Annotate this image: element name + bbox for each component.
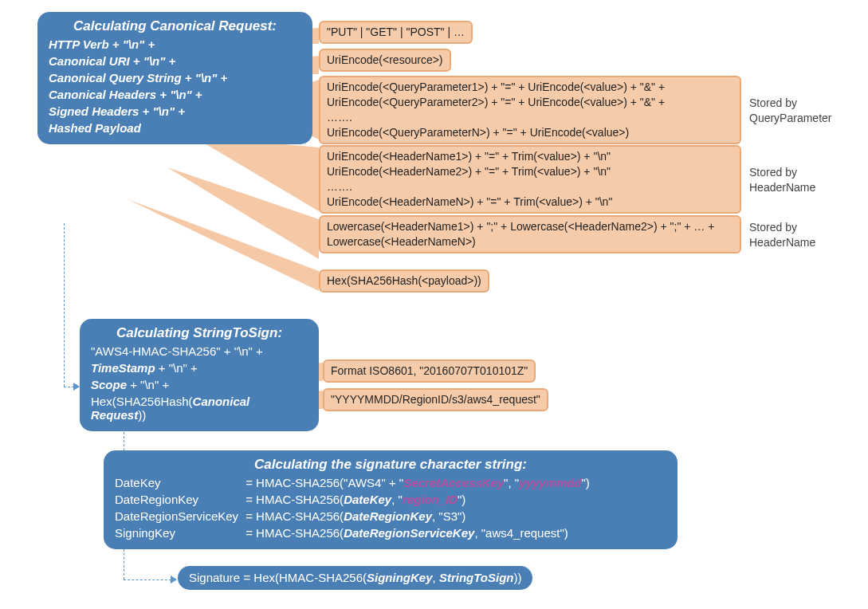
box1-l2: Canonical URI + "\n" + (49, 54, 301, 68)
box1-l4: Canonical Headers + "\n" + (49, 88, 301, 101)
box2-l3: Scope + "\n" + (91, 378, 308, 391)
box-string-to-sign: Calculating StringToSign: "AWS4-HMAC-SHA… (80, 319, 319, 431)
orange-http-verb: "PUT" | "GET" | "POST" | … (319, 21, 473, 44)
orange-query-string: UriEncode(<QueryParameter1>) + "=" + Uri… (319, 76, 741, 144)
box2-title: Calculating StringToSign: (91, 325, 308, 341)
box1-l3: Canonical Query String + "\n" + (49, 71, 301, 84)
connector-line-1 (64, 223, 65, 387)
box2-l1: "AWS4-HMAC-SHA256" + "\n" + (91, 344, 308, 358)
orange-timestamp: Format ISO8601, "20160707T010101Z" (323, 360, 536, 383)
box3-r1: DateKey = HMAC-SHA256("AWS4" + "SecretAc… (115, 476, 666, 489)
arrowhead-1 (73, 383, 80, 391)
orange-canonical-uri: UriEncode(<resource>) (319, 49, 451, 72)
svg-marker-4 (167, 167, 319, 259)
side-signed: Stored by HeaderName (749, 220, 853, 250)
box1-l1: HTTP Verb + "\n" + (49, 37, 301, 51)
connector-line-2h2 (124, 580, 171, 580)
box3-title: Calculating the signature character stri… (115, 457, 666, 473)
svg-marker-3 (191, 136, 319, 211)
orange-headers: UriEncode(<HeaderName1>) + "=" + Trim(<v… (319, 145, 741, 214)
box-signature-final: Signature = Hex(HMAC-SHA256(SigningKey, … (178, 566, 532, 590)
box3-r2: DateRegionKey = HMAC-SHA256(DateKey, "re… (115, 493, 666, 506)
box1-title: Calculating Canonical Request: (49, 18, 301, 34)
orange-signed-headers: Lowercase(<HeaderName1>) + ";" + Lowerca… (319, 215, 741, 253)
arrowhead-2b (171, 576, 177, 583)
orange-scope: "YYYYMMDD/RegionID/s3/aws4_request" (323, 388, 548, 411)
box2-l2: TimeStamp + "\n" + (91, 361, 308, 375)
box3-r3: DateRegionServiceKey = HMAC-SHA256(DateR… (115, 509, 666, 523)
side-qs: Stored by QueryParameter (749, 96, 853, 126)
box-canonical-request: Calculating Canonical Request: HTTP Verb… (37, 12, 312, 144)
side-hdr: Stored by HeaderName (749, 165, 853, 195)
svg-marker-5 (128, 199, 319, 291)
orange-payload: Hex(SHA256Hash(<payload>)) (319, 269, 489, 293)
box-signature-keys: Calculating the signature character stri… (104, 450, 678, 549)
box2-l4: Hex(SHA256Hash(Canonical Request)) (91, 395, 308, 422)
box3-r4: SigningKey = HMAC-SHA256(DateRegionServi… (115, 526, 666, 540)
box1-l6: Hashed Payload (49, 121, 301, 135)
box1-l5: Signed Headers + "\n" + (49, 104, 301, 118)
